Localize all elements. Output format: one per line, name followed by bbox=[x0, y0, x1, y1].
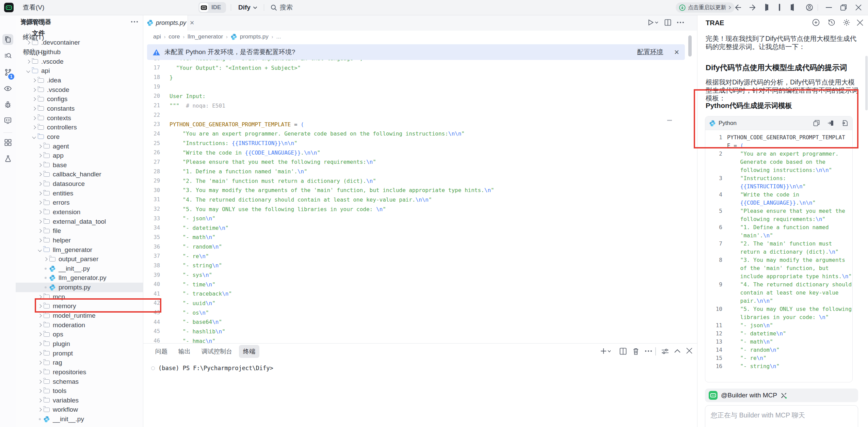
tree-item-output_parser[interactable]: output_parser bbox=[16, 254, 143, 264]
breadcrumb-item-api[interactable]: api bbox=[153, 33, 161, 40]
ai-panel-scrollbar[interactable] bbox=[865, 56, 868, 110]
tree-item-helper[interactable]: helper bbox=[16, 236, 143, 245]
project-switcher[interactable]: Dify bbox=[238, 0, 257, 15]
tree-item-app[interactable]: app bbox=[16, 151, 143, 160]
tab-close-icon[interactable]: ✕ bbox=[190, 19, 194, 27]
run-file-button[interactable] bbox=[647, 18, 659, 27]
tree-item-base[interactable]: base bbox=[16, 160, 143, 170]
kill-terminal-button[interactable] bbox=[632, 348, 639, 355]
panel-maximize-icon[interactable] bbox=[674, 349, 681, 353]
toggle-right-sidebar-button[interactable] bbox=[792, 4, 794, 11]
tree-item-entities[interactable]: entities bbox=[16, 189, 143, 198]
tree-item-schemas[interactable]: schemas bbox=[16, 377, 143, 386]
tree-item-api[interactable]: api bbox=[16, 66, 143, 76]
banner-close-icon[interactable]: ✕ bbox=[674, 48, 679, 56]
code-line-36[interactable]: 36 "- random\n" bbox=[143, 242, 688, 252]
tree-item-.vscode[interactable]: .vscode bbox=[16, 85, 143, 95]
code-line-41[interactable]: 41 "- traceback\n" bbox=[143, 289, 688, 299]
code-editor[interactable]: 16 "Your Reasoning": "<brief explanation… bbox=[143, 43, 688, 354]
code-line-39[interactable]: 39 "- sys\n" bbox=[143, 270, 688, 280]
code-line-44[interactable]: 44 "- base64\n" bbox=[143, 317, 688, 327]
configure-env-link[interactable]: 配置环境 bbox=[637, 48, 663, 57]
panel-close-icon[interactable] bbox=[857, 19, 863, 26]
tree-item-ops[interactable]: ops bbox=[16, 330, 143, 339]
new-chat-icon[interactable] bbox=[812, 18, 820, 27]
toggle-bottom-panel-button[interactable] bbox=[779, 4, 780, 11]
breadcrumb[interactable]: api›core›llm_generator›prompts.py›... bbox=[143, 31, 697, 43]
panel-tab-问题[interactable]: 问题 bbox=[151, 345, 172, 358]
extensions-grid-icon[interactable] bbox=[2, 137, 13, 148]
tree-item-repositories[interactable]: repositories bbox=[16, 367, 143, 377]
tree-item-variables[interactable]: variables bbox=[16, 396, 143, 405]
breadcrumb-item-prompts.py[interactable]: prompts.py bbox=[240, 33, 269, 40]
tree-item-llm_generator.py[interactable]: llm_generator.py bbox=[16, 273, 143, 283]
code-line-18[interactable]: 18} bbox=[143, 73, 688, 82]
tree-item-plugin[interactable]: plugin bbox=[16, 339, 143, 349]
code-line-32[interactable]: 32 "5. You may ONLY use the following li… bbox=[143, 204, 688, 214]
terminal-more-icon[interactable] bbox=[645, 350, 652, 352]
code-line-23[interactable]: 23PYTHON_CODE_GENERATOR_PROMPT_TEMPLATE … bbox=[143, 120, 688, 129]
panel-tab-调试控制台[interactable]: 调试控制台 bbox=[197, 345, 236, 358]
menu-查看(V)[interactable]: 查看(V) bbox=[18, 0, 49, 15]
tree-item-model_runtime[interactable]: model_runtime bbox=[16, 311, 143, 320]
menu-转到(G)[interactable]: 转到(G) bbox=[18, 15, 49, 30]
panel-close-icon[interactable] bbox=[686, 348, 692, 354]
breadcrumb-item-core[interactable]: core bbox=[168, 33, 180, 40]
apply-to-file-icon[interactable] bbox=[842, 120, 848, 126]
chat-input[interactable]: 您正在与 Builder with MCP 聊天 bbox=[705, 405, 858, 427]
code-line-28[interactable]: 28 "1. Define a function named 'main'.\n… bbox=[143, 167, 688, 176]
agent-chip[interactable]: @Builder with MCP bbox=[705, 389, 858, 402]
code-line-43[interactable]: 43 "- os\n" bbox=[143, 308, 688, 317]
split-editor-icon[interactable] bbox=[664, 19, 671, 26]
tree-item-mcp[interactable]: mcp bbox=[16, 292, 143, 302]
window-close-button[interactable] bbox=[855, 4, 862, 11]
tree-item-prompt[interactable]: prompt bbox=[16, 349, 143, 358]
code-line-33[interactable]: 33 "- json\n" bbox=[143, 214, 688, 223]
tree-item-callback_handler[interactable]: callback_handler bbox=[16, 170, 143, 179]
toggle-left-sidebar-button[interactable] bbox=[765, 4, 767, 11]
insert-code-icon[interactable] bbox=[827, 120, 834, 126]
menu-帮助(H)[interactable]: 帮助(H) bbox=[18, 45, 49, 60]
code-line-37[interactable]: 37 "- re\n" bbox=[143, 251, 688, 261]
window-restore-button[interactable] bbox=[840, 4, 847, 11]
panel-tab-输出[interactable]: 输出 bbox=[174, 345, 195, 358]
tree-item-core[interactable]: core bbox=[16, 132, 143, 142]
code-line-25[interactable]: 25 "Instructions: {{INSTRUCTION}}\n\n" bbox=[143, 139, 688, 148]
tree-item-configs[interactable]: configs bbox=[16, 94, 143, 104]
editor-more-icon[interactable] bbox=[677, 21, 684, 23]
code-line-38[interactable]: 38 "- string\n" bbox=[143, 261, 688, 270]
search-sidebar-icon[interactable] bbox=[2, 50, 13, 61]
tree-item-errors[interactable]: errors bbox=[16, 198, 143, 208]
sidebar-more-icon[interactable] bbox=[131, 21, 138, 23]
tree-item-tools[interactable]: tools bbox=[16, 386, 143, 396]
code-line-34[interactable]: 34 "- datetime\n" bbox=[143, 223, 688, 233]
tree-item-controllers[interactable]: controllers bbox=[16, 123, 143, 132]
code-line-40[interactable]: 40 "- time\n" bbox=[143, 280, 688, 289]
split-terminal-button[interactable] bbox=[620, 348, 627, 355]
test-flask-icon[interactable] bbox=[2, 153, 13, 164]
restart-to-update-button[interactable]: 点击重启以更新 bbox=[676, 2, 735, 13]
code-line-35[interactable]: 35 "- math\n" bbox=[143, 233, 688, 242]
preview-eye-icon[interactable] bbox=[2, 83, 13, 94]
tree-item-external_data_tool[interactable]: external_data_tool bbox=[16, 217, 143, 226]
code-line-19[interactable]: 19 bbox=[143, 82, 688, 92]
code-line-27[interactable]: 27 "Please ensure that you meet the foll… bbox=[143, 157, 688, 167]
tree-item-rag[interactable]: rag bbox=[16, 358, 143, 367]
account-icon[interactable] bbox=[805, 3, 814, 12]
panel-tab-终端[interactable]: 终端 bbox=[239, 345, 259, 358]
tree-item-file[interactable]: file bbox=[16, 226, 143, 236]
tree-item-prompts.py[interactable]: prompts.py bbox=[16, 283, 143, 292]
tab-prompts-py[interactable]: prompts.py ✕ bbox=[143, 15, 188, 31]
remote-monitor-icon[interactable] bbox=[2, 115, 13, 126]
ide-toggle[interactable]: IDE bbox=[198, 2, 226, 13]
new-terminal-button[interactable] bbox=[600, 348, 611, 355]
tree-item-constants[interactable]: constants bbox=[16, 104, 143, 113]
code-line-26[interactable]: 26 "Write the code in {{CODE_LANGUAGE}}.… bbox=[143, 148, 688, 157]
tree-item-moderation[interactable]: moderation bbox=[16, 320, 143, 330]
tree-item-llm_generator[interactable]: llm_generator bbox=[16, 245, 143, 255]
debug-bug-icon[interactable] bbox=[2, 99, 13, 110]
tree-item-__init__.py[interactable]: __init__.py bbox=[16, 264, 143, 273]
global-search[interactable]: 搜索 bbox=[271, 0, 293, 15]
menu-终端(T)[interactable]: 终端(T) bbox=[18, 30, 49, 45]
tree-item-agent[interactable]: agent bbox=[16, 142, 143, 151]
